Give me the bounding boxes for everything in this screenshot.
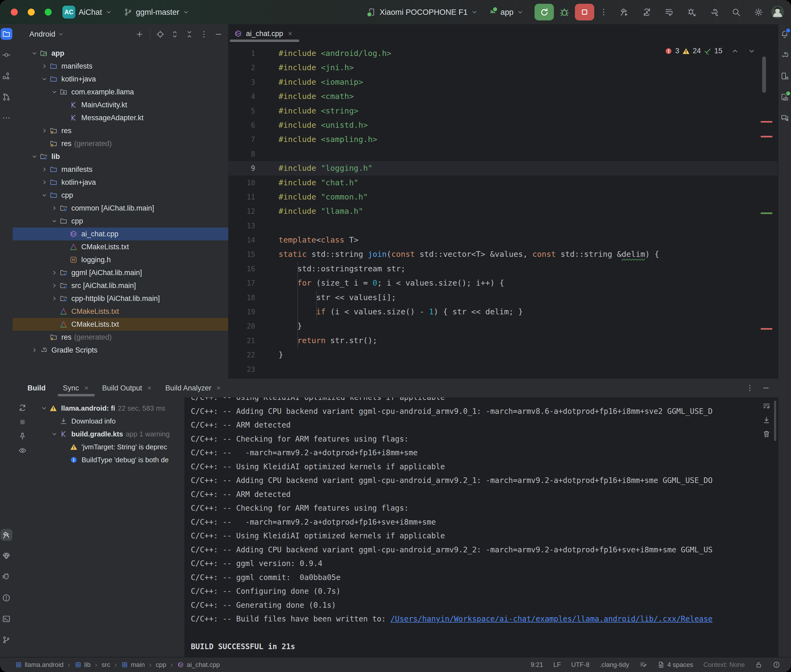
build-options-icon[interactable] (746, 384, 754, 392)
chevron-right-icon[interactable] (50, 295, 59, 302)
code-analysis-profile[interactable]: .clang-tidy (600, 661, 629, 669)
build-row-buildtype-debug-is-both-de[interactable]: BuildType 'debug' is both de (13, 453, 185, 466)
vcs-widget[interactable]: ggml-master (124, 8, 189, 17)
breadcrumb-ai-chat-cpp[interactable]: ai_chat.cpp (177, 661, 220, 669)
project-row-cpp-httplib-aichat-lib-main[interactable]: cpp-httplib [AiChat.lib.main] (13, 292, 228, 305)
collapse-all-icon[interactable] (185, 30, 194, 39)
editor-tab-ai-chat-cpp[interactable]: ai_chat.cpp (228, 24, 301, 43)
line-ending[interactable]: LF (554, 661, 561, 669)
gradle-sync-icon[interactable] (709, 7, 719, 17)
project-row-manifests[interactable]: manifests (13, 60, 228, 73)
build-tool-icon[interactable] (0, 529, 12, 541)
app-quality-insights-icon[interactable] (0, 550, 12, 562)
build-console[interactable]: C/C++: -- Using KleidiAI optimized kerne… (185, 397, 778, 658)
line-number[interactable]: 9 (228, 162, 255, 176)
ai-context[interactable]: Context: None (704, 661, 745, 669)
lock-icon[interactable] (755, 661, 762, 669)
version-control-tool-icon[interactable] (0, 634, 12, 646)
project-tool-icon[interactable] (0, 28, 12, 40)
breadcrumb-lib[interactable]: lib (75, 661, 91, 669)
chevron-down-icon[interactable] (50, 430, 59, 437)
run-config-selector[interactable]: app (488, 8, 524, 17)
project-row-mainactivity-kt[interactable]: MainActivity.kt (13, 98, 228, 111)
gemini-chat-icon[interactable] (779, 112, 791, 124)
project-row-cmakelists-txt[interactable]: CMakeLists.txt (13, 318, 228, 331)
line-number[interactable]: 12 (228, 204, 255, 219)
line-number[interactable]: 11 (228, 190, 255, 204)
line-number[interactable]: 18 (228, 291, 255, 305)
line-number[interactable]: 13 (228, 219, 255, 233)
gradle-tool-icon[interactable] (779, 49, 791, 61)
chevron-down-icon[interactable] (40, 192, 49, 199)
line-number[interactable]: 1 (228, 46, 255, 61)
highlighting-level-icon[interactable] (773, 661, 780, 669)
line-number[interactable]: 22 (228, 348, 255, 362)
line-number[interactable]: 8 (228, 147, 255, 162)
attach-debugger-icon[interactable] (687, 7, 696, 17)
chevron-down-icon[interactable] (40, 405, 49, 412)
chevron-right-icon[interactable] (40, 62, 49, 70)
console-scrollbar-thumb[interactable] (774, 401, 776, 441)
error-stripe-mark[interactable] (761, 328, 772, 330)
indent-config[interactable]: 4 spaces (657, 661, 693, 669)
project-row-ai-chat-cpp[interactable]: ai_chat.cpp (13, 227, 228, 240)
error-stripe-mark[interactable] (761, 213, 772, 214)
build-row-jvmtarget-string-is-deprec[interactable]: 'jvmTarget: String' is deprec (13, 440, 185, 453)
build-output-path-link[interactable]: /Users/hanyin/Workspace/ai-chat/examples… (390, 614, 713, 623)
chevron-down-icon[interactable] (50, 218, 59, 224)
maximize-window-button[interactable] (45, 9, 52, 16)
build-variants-icon[interactable] (664, 7, 674, 17)
build-row-llama-android-fi[interactable]: llama.android: fi22 sec, 583 ms (13, 402, 185, 414)
pull-requests-tool-icon[interactable] (0, 91, 12, 103)
line-number[interactable]: 21 (228, 334, 255, 348)
line-number[interactable]: 7 (228, 133, 255, 147)
project-row-res[interactable]: res (13, 124, 228, 137)
chevron-right-icon[interactable] (30, 347, 39, 354)
apply-changes-icon[interactable] (642, 7, 652, 17)
build-tab-sync[interactable]: Sync (56, 379, 96, 397)
line-number[interactable]: 4 (228, 90, 255, 104)
project-row-cmakelists-txt[interactable]: CMakeLists.txt (13, 240, 228, 253)
more-actions-icon[interactable] (599, 8, 608, 17)
notifications-icon[interactable] (779, 28, 791, 40)
project-row-com-example-llama[interactable]: com.example.llama (13, 85, 228, 98)
project-row-common-aichat-lib-main[interactable]: common [AiChat.lib.main] (13, 202, 228, 214)
close-tab-icon[interactable] (146, 385, 152, 391)
build-run-icon[interactable] (619, 7, 629, 17)
running-devices-icon[interactable] (779, 91, 791, 103)
terminal-tool-icon[interactable] (0, 613, 12, 625)
line-number[interactable]: 23 (228, 363, 255, 377)
hide-build-panel-icon[interactable] (762, 384, 770, 392)
close-tab-icon[interactable] (216, 385, 221, 391)
rerun-button[interactable] (534, 4, 554, 21)
chevron-down-icon[interactable] (30, 153, 39, 160)
project-row-gradle-scripts[interactable]: Gradle Scripts (13, 344, 228, 357)
build-row-build-gradle-kts[interactable]: build.gradle.ktsapp 1 warning (13, 427, 185, 440)
add-icon[interactable] (135, 30, 144, 39)
settings-icon[interactable] (754, 7, 764, 17)
options-icon[interactable] (199, 30, 208, 39)
line-number[interactable]: 19 (228, 305, 255, 319)
more-tools-icon[interactable] (0, 112, 12, 124)
commit-tool-icon[interactable] (0, 49, 12, 61)
line-number[interactable]: 3 (228, 75, 255, 90)
device-manager-icon[interactable] (779, 70, 791, 82)
breadcrumb-src[interactable]: src (101, 661, 110, 669)
line-number[interactable]: 10 (228, 176, 255, 190)
project-view-selector[interactable]: Android (29, 30, 55, 38)
build-tab-build-analyzer[interactable]: Build Analyzer (159, 379, 228, 397)
line-number[interactable]: 2 (228, 61, 255, 75)
project-row-manifests[interactable]: manifests (13, 163, 228, 176)
search-everywhere-icon[interactable] (731, 7, 741, 17)
error-stripe-mark[interactable] (761, 136, 772, 138)
problems-tool-icon[interactable] (0, 592, 12, 604)
soft-wrap-icon[interactable] (762, 402, 771, 410)
line-number[interactable]: 17 (228, 276, 255, 290)
hide-panel-icon[interactable] (214, 30, 223, 39)
close-tab-icon[interactable] (83, 385, 89, 391)
breadcrumb-cpp[interactable]: cpp (156, 661, 166, 669)
project-row-app[interactable]: app (13, 47, 228, 60)
project-widget[interactable]: AC AiChat (63, 6, 112, 19)
minimize-window-button[interactable] (28, 9, 35, 16)
build-row-download-info[interactable]: Download info (13, 414, 185, 427)
